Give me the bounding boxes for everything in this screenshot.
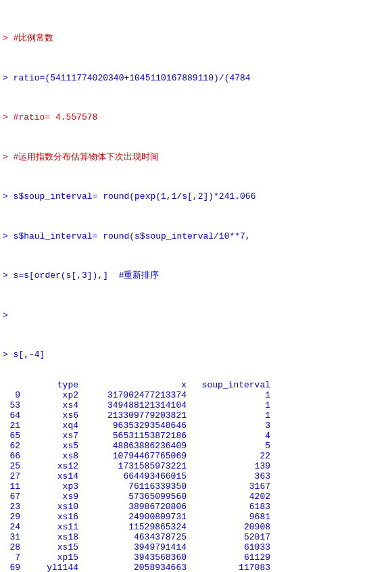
cell-index: 62 bbox=[3, 441, 23, 451]
cell-x: 57365099560 bbox=[84, 492, 192, 502]
cell-soup-interval: 5 bbox=[192, 441, 273, 451]
table-row: 64 xs6 213309779203821 1 bbox=[3, 410, 273, 421]
cell-soup-interval: 4 bbox=[192, 431, 273, 441]
table-row: 25 xs12 1731585973221 139 bbox=[3, 461, 273, 471]
table-row: 23 xs10 38986720806 6183 bbox=[3, 502, 273, 512]
line-9: > s[,-4] bbox=[3, 348, 389, 362]
table-row: 9 xp2 317002477213374 1 bbox=[3, 390, 273, 400]
line-3: > #ratio= 4.557578 bbox=[3, 111, 389, 124]
cell-soup-interval: 61129 bbox=[192, 552, 273, 563]
cell-type: xs18 bbox=[23, 532, 84, 542]
cell-soup-interval: 6183 bbox=[192, 502, 273, 512]
cell-index: 11 bbox=[3, 481, 23, 492]
table-row: 53 xs4 349488121314104 1 bbox=[3, 400, 273, 410]
line-4: > #运用指数分布估算物体下次出现时间 bbox=[3, 151, 389, 164]
table-row: 62 xs5 48863886236409 5 bbox=[3, 441, 273, 451]
cell-x: 10794467765069 bbox=[84, 451, 192, 461]
cell-soup-interval: 22 bbox=[192, 451, 273, 461]
cell-index: 69 bbox=[3, 563, 23, 572]
table-row: 24 xs11 11529865324 20908 bbox=[3, 522, 273, 532]
cell-x: 96353293548646 bbox=[84, 421, 192, 431]
line-6: > s$haul_interval= round(s$soup_interval… bbox=[3, 230, 389, 243]
cell-index: 25 bbox=[3, 461, 23, 471]
line-5: > s$soup_interval= round(pexp(1,1/s[,2])… bbox=[3, 190, 389, 204]
cell-soup-interval: 117083 bbox=[192, 563, 273, 572]
table-header-row: type x soup_interval bbox=[3, 380, 273, 390]
cell-type: xs14 bbox=[23, 471, 84, 481]
cell-soup-interval: 1 bbox=[192, 400, 273, 410]
cell-soup-interval: 139 bbox=[192, 461, 273, 471]
cell-x: 2058934663 bbox=[84, 563, 192, 572]
line-8: > bbox=[3, 309, 389, 323]
cell-index: 28 bbox=[3, 542, 23, 552]
cell-soup-interval: 3 bbox=[192, 421, 273, 431]
cell-index: 65 bbox=[3, 431, 23, 441]
table-row: 65 xs7 56531153872186 4 bbox=[3, 431, 273, 441]
cell-x: 4634378725 bbox=[84, 532, 192, 542]
cell-type: xs16 bbox=[23, 512, 84, 522]
data-table: type x soup_interval 9 xp2 3170024772133… bbox=[0, 380, 392, 572]
cell-x: 76116339350 bbox=[84, 481, 192, 492]
table-row: 21 xq4 96353293548646 3 bbox=[3, 421, 273, 431]
cell-type: xs7 bbox=[23, 431, 84, 441]
cell-type: xs12 bbox=[23, 461, 84, 471]
cell-type: xs15 bbox=[23, 542, 84, 552]
cell-index: 66 bbox=[3, 451, 23, 461]
cell-x: 56531153872186 bbox=[84, 431, 192, 441]
table-row: 69 yl1144 2058934663 117083 bbox=[3, 563, 273, 572]
cell-x: 213309779203821 bbox=[84, 410, 192, 421]
cell-type: xq4 bbox=[23, 421, 84, 431]
cell-soup-interval: 3167 bbox=[192, 481, 273, 492]
cell-type: xp2 bbox=[23, 390, 84, 400]
cell-index: 64 bbox=[3, 410, 23, 421]
cell-index: 31 bbox=[3, 532, 23, 542]
cell-type: xs9 bbox=[23, 492, 84, 502]
cell-index: 23 bbox=[3, 502, 23, 512]
cell-index: 27 bbox=[3, 471, 23, 481]
table-row: 11 xp3 76116339350 3167 bbox=[3, 481, 273, 492]
table-row: 29 xs16 24900809731 9681 bbox=[3, 512, 273, 522]
cell-x: 1731585973221 bbox=[84, 461, 192, 471]
console: > #比例常数 > ratio=(54111774020340+10451101… bbox=[0, 0, 392, 380]
cell-x: 38986720806 bbox=[84, 502, 192, 512]
cell-soup-interval: 363 bbox=[192, 471, 273, 481]
line-1: > #比例常数 bbox=[3, 32, 389, 45]
cell-index: 7 bbox=[3, 552, 23, 563]
header-x: x bbox=[84, 380, 192, 390]
cell-type: xs5 bbox=[23, 441, 84, 451]
header-soup-interval: soup_interval bbox=[192, 380, 273, 390]
table-row: 31 xs18 4634378725 52017 bbox=[3, 532, 273, 542]
cell-soup-interval: 9681 bbox=[192, 512, 273, 522]
cell-type: xs6 bbox=[23, 410, 84, 421]
cell-type: xp15 bbox=[23, 552, 84, 563]
cell-soup-interval: 1 bbox=[192, 390, 273, 400]
table-row: 66 xs8 10794467765069 22 bbox=[3, 451, 273, 461]
header-index bbox=[3, 380, 23, 390]
cell-index: 21 bbox=[3, 421, 23, 431]
cell-soup-interval: 61033 bbox=[192, 542, 273, 552]
cell-x: 11529865324 bbox=[84, 522, 192, 532]
cell-index: 29 bbox=[3, 512, 23, 522]
cell-type: xs8 bbox=[23, 451, 84, 461]
cell-soup-interval: 1 bbox=[192, 410, 273, 421]
cell-soup-interval: 20908 bbox=[192, 522, 273, 532]
cell-x: 349488121314104 bbox=[84, 400, 192, 410]
table-row: 28 xs15 3949791414 61033 bbox=[3, 542, 273, 552]
table-row: 7 xp15 3943568360 61129 bbox=[3, 552, 273, 563]
cell-x: 48863886236409 bbox=[84, 441, 192, 451]
cell-type: xs10 bbox=[23, 502, 84, 512]
cell-x: 3949791414 bbox=[84, 542, 192, 552]
cell-index: 24 bbox=[3, 522, 23, 532]
cell-type: xs11 bbox=[23, 522, 84, 532]
cell-index: 67 bbox=[3, 492, 23, 502]
cell-index: 9 bbox=[3, 390, 23, 400]
cell-x: 24900809731 bbox=[84, 512, 192, 522]
header-type: type bbox=[23, 380, 84, 390]
cell-soup-interval: 4202 bbox=[192, 492, 273, 502]
cell-type: xs4 bbox=[23, 400, 84, 410]
cell-index: 53 bbox=[3, 400, 23, 410]
cell-type: yl1144 bbox=[23, 563, 84, 572]
cell-type: xp3 bbox=[23, 481, 84, 492]
cell-x: 317002477213374 bbox=[84, 390, 192, 400]
line-2: > ratio=(54111774020340+1045110167889110… bbox=[3, 72, 389, 85]
